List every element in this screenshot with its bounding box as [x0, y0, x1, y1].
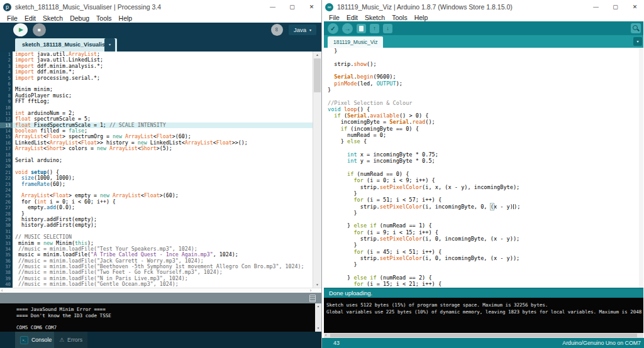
- copy-error-icon[interactable]: [309, 295, 316, 302]
- scrollbar-thumb[interactable]: [330, 334, 637, 337]
- stop-icon: ■: [38, 27, 41, 33]
- close-icon[interactable]: ✕: [625, 0, 644, 14]
- maximize-icon[interactable]: ▢: [282, 0, 302, 14]
- tab-errors[interactable]: ⚠ Errors: [54, 332, 87, 348]
- mode-label: Java: [294, 26, 306, 33]
- terminal-icon: >_: [20, 336, 28, 344]
- chevron-down-icon: ▾: [309, 28, 311, 32]
- play-icon: ▶: [19, 26, 23, 33]
- processing-editor: 1234567891011121314151617181920212223242…: [0, 52, 321, 288]
- processing-window: p sketch_181118_Music_Visualiser | Proce…: [0, 0, 322, 348]
- arduino-editor: } strip.show(); Serial.begin(9600); pinM…: [324, 48, 643, 288]
- scroll-up-icon[interactable]: ▲: [313, 52, 321, 58]
- processing-console: ==== JavaSound Minim Error ==== ==== Don…: [0, 303, 321, 332]
- board-port-label: Arduino/Genuino Uno on COM7: [562, 338, 641, 348]
- maximize-icon[interactable]: ▢: [606, 0, 625, 14]
- open-button[interactable]: ↑: [370, 24, 379, 33]
- save-button[interactable]: ↓: [383, 24, 392, 33]
- editor-vertical-scrollbar[interactable]: ▲ ▼: [313, 52, 321, 288]
- new-sketch-button[interactable]: [357, 24, 366, 33]
- menu-item-edit[interactable]: Edit: [25, 14, 36, 22]
- message-bar: [0, 293, 321, 303]
- menu-item-sketch[interactable]: Sketch: [43, 14, 63, 22]
- cursor-line-number: 43: [333, 338, 340, 348]
- tab-menu-button[interactable]: ▾: [633, 37, 642, 46]
- processing-window-title: sketch_181118_Music_Visualiser | Process…: [15, 3, 263, 11]
- console-output: ==== JavaSound Minim Error ==== ==== Don…: [0, 303, 321, 330]
- arduino-titlebar[interactable]: ∞ 181119_Music_Viz | Arduino 1.8.7 (Wind…: [322, 0, 644, 14]
- menu-item-tools[interactable]: Tools: [96, 14, 112, 22]
- menu-item-tools[interactable]: Tools: [392, 14, 408, 21]
- chevron-down-icon: ▾: [636, 40, 638, 43]
- right-arrow-icon: →: [345, 25, 351, 32]
- arduino-code-area[interactable]: } strip.show(); Serial.begin(9600); pinM…: [324, 48, 643, 288]
- console-horizontal-scrollbar[interactable]: ‹: [324, 333, 643, 338]
- processing-toolbar: ▶ ■ ∞ Java ▾: [0, 23, 321, 36]
- editor-scrollbar[interactable]: [639, 48, 643, 288]
- processing-code-area[interactable]: import java.util.ArrayList;import java.u…: [13, 52, 313, 288]
- scroll-down-icon[interactable]: ▼: [313, 281, 321, 288]
- status-bar: Done uploading.: [324, 288, 643, 298]
- arduino-toolbar: ✓ → ↑ ↓: [324, 21, 643, 35]
- arduino-footer: 43 Arduino/Genuino Uno on COM7: [322, 338, 644, 348]
- menu-item-debug[interactable]: Debug: [70, 14, 89, 22]
- upload-button[interactable]: →: [342, 23, 353, 34]
- console-scrollbar[interactable]: ▲ ▼: [315, 303, 321, 332]
- arduino-window-title: 181119_Music_Viz | Arduino 1.8.7 (Window…: [337, 3, 586, 11]
- line-number-gutter: 1234567891011121314151617181920212223242…: [0, 52, 13, 288]
- arduino-window: ∞ 181119_Music_Viz | Arduino 1.8.7 (Wind…: [321, 0, 644, 348]
- scroll-up-icon[interactable]: ▲: [315, 303, 321, 310]
- mode-selector[interactable]: Java ▾: [289, 24, 316, 35]
- run-button[interactable]: ▶: [13, 23, 28, 36]
- verify-button[interactable]: ✓: [328, 23, 338, 34]
- menu-item-edit[interactable]: Edit: [347, 14, 358, 21]
- processing-menubar: FileEditSketchDebugToolsHelp: [0, 14, 321, 23]
- tab-console[interactable]: >_ Console: [15, 332, 57, 348]
- arduino-console: Sketch uses 5122 bytes (15%) of program …: [324, 298, 643, 333]
- scroll-down-icon[interactable]: ▼: [315, 325, 321, 332]
- tab-sketch[interactable]: sketch_181118_Music_Visualiser: [15, 38, 117, 52]
- console-tab-label: Console: [31, 337, 52, 343]
- menu-item-file[interactable]: File: [329, 14, 340, 21]
- arduino-app-icon: ∞: [325, 3, 333, 11]
- tab-menu-button[interactable]: ▾: [104, 38, 115, 52]
- processing-footer-tabs: >_ Console ⚠ Errors: [0, 332, 321, 348]
- menu-item-file[interactable]: File: [7, 14, 18, 22]
- serial-monitor-button[interactable]: [631, 23, 641, 33]
- warning-icon: ⚠: [59, 337, 64, 344]
- save-icon: ↓: [386, 25, 389, 31]
- minimize-icon[interactable]: —: [263, 0, 282, 14]
- scrollbar-thumb[interactable]: [314, 58, 321, 92]
- stop-button[interactable]: ■: [33, 23, 46, 36]
- arduino-tab-strip: 181119_Music_Viz ▾: [324, 35, 643, 48]
- menu-item-help[interactable]: Help: [119, 14, 133, 22]
- chevron-down-icon: ▾: [109, 43, 111, 46]
- status-message: Done uploading.: [329, 290, 372, 296]
- menu-item-help[interactable]: Help: [414, 14, 428, 21]
- close-icon[interactable]: ✕: [302, 0, 321, 14]
- minimize-icon[interactable]: —: [586, 0, 606, 14]
- new-file-icon: [359, 26, 364, 31]
- debug-icon: ∞: [274, 28, 280, 31]
- arduino-menubar: FileEditSketchToolsHelp: [322, 14, 644, 21]
- errors-tab-label: Errors: [67, 337, 82, 343]
- build-output: Sketch uses 5122 bytes (15%) of program …: [324, 298, 643, 315]
- processing-app-icon: p: [3, 3, 11, 11]
- debug-button[interactable]: ∞: [271, 24, 283, 36]
- processing-titlebar[interactable]: p sketch_181118_Music_Visualiser | Proce…: [0, 0, 321, 14]
- menu-item-sketch[interactable]: Sketch: [365, 14, 385, 21]
- check-icon: ✓: [330, 25, 335, 32]
- open-icon: ↑: [373, 25, 376, 31]
- scroll-left-icon[interactable]: ‹: [325, 333, 326, 338]
- processing-tab-strip: sketch_181118_Music_Visualiser ▾: [0, 36, 321, 52]
- tab-sketch[interactable]: 181119_Music_Viz: [328, 36, 383, 48]
